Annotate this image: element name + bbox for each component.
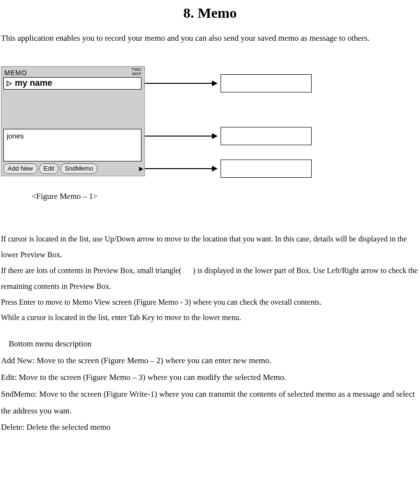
selection-caret-icon: ▷ [7,79,12,88]
arrow-head-icon [212,166,218,172]
arrow-line-3 [145,168,212,169]
desc-edit: Edit: Move to the screen (Figure Memo – … [1,369,419,386]
edit-button[interactable]: Edit [39,163,58,174]
callout-box-3 [221,160,312,178]
section-title: 8. Memo [0,3,420,23]
arrow-line-2 [145,136,212,137]
signal-indicator: TWO WAY [131,68,141,76]
memo-item-label: my name [15,77,52,89]
body-p3: Press Enter to move to Memo View screen … [1,295,419,310]
body-text: If cursor is located in the list, use Up… [1,231,419,326]
desc-delete: Delete: Delete the selected memo [1,419,419,436]
callouts [145,66,420,176]
body-p4: While a cursor is located in the list, e… [1,310,419,326]
subheading: Bottom menu description [9,338,420,350]
callout-box-2 [221,127,312,145]
bottom-menu: Add New Edit SndMemo [3,163,97,174]
body-p1: If cursor is located in the list, use Up… [1,231,419,263]
sndmemo-button[interactable]: SndMemo [60,163,97,174]
arrow-head-icon [212,133,218,139]
body-p2a: If there are lots of contents in Preview… [1,266,181,275]
preview-box: jones [3,129,141,161]
callout-box-1 [221,74,312,92]
indicator-bottom: WAY [132,71,142,76]
desc-sndmemo: SndMemo: Move to the screen (Figure Writ… [1,386,419,420]
figure-caption: <Figure Memo – 1> [32,191,420,202]
desc-addnew: Add New: Move to the screen (Figure Memo… [1,353,419,369]
intro-paragraph: This application enables you to record y… [1,30,418,47]
preview-text: jones [7,132,24,140]
device-screenshot: MEMO TWO WAY ▷ my name jones Add New Edi… [1,66,145,176]
arrow-line-1 [145,83,212,84]
arrow-head-icon [212,80,218,86]
device-header: MEMO [4,69,27,78]
more-menu-arrow-icon[interactable]: ▶ [139,165,143,173]
menu-description: Add New: Move to the screen (Figure Memo… [1,353,419,436]
figure-row: MEMO TWO WAY ▷ my name jones Add New Edi… [1,66,420,176]
memo-list-item[interactable]: ▷ my name [3,77,141,90]
body-p2: If there are lots of contents in Preview… [1,263,419,295]
addnew-button[interactable]: Add New [3,163,37,174]
triangle-placeholder [183,266,191,275]
